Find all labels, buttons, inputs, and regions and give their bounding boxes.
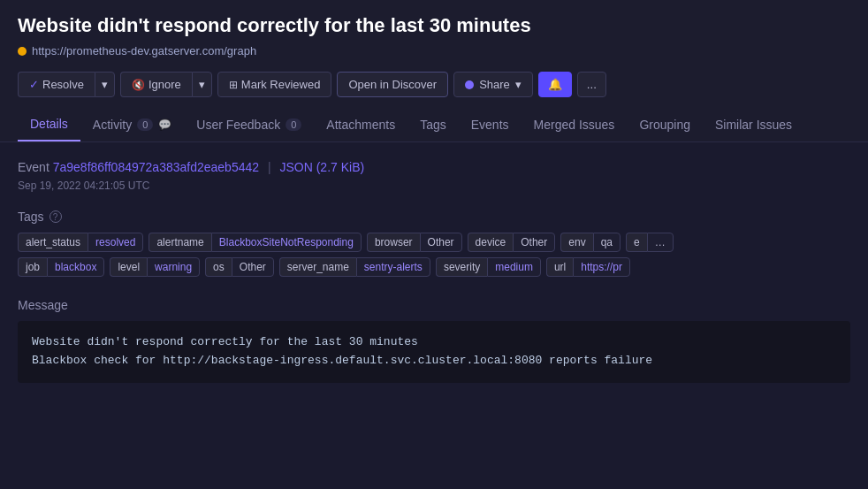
tab-merged-issues-label: Merged Issues	[534, 118, 615, 132]
tag-value-url[interactable]: https://pr	[573, 257, 630, 277]
ignore-dropdown-button[interactable]: ▾	[192, 72, 212, 97]
tab-tags-label: Tags	[420, 118, 446, 132]
resolve-label: Resolve	[42, 78, 84, 91]
event-line: Event 7a9e8f86ff084972a383afd2eaeb5442 |…	[18, 160, 850, 174]
tag-value-level[interactable]: warning	[147, 257, 200, 277]
tag-device: device Other	[468, 233, 556, 252]
chevron-down-icon-2: ▾	[199, 78, 205, 91]
tag-value-device[interactable]: Other	[513, 233, 555, 252]
tab-details[interactable]: Details	[18, 108, 80, 141]
tab-grouping-label: Grouping	[639, 118, 690, 132]
tab-attachments[interactable]: Attachments	[314, 108, 407, 141]
tab-events[interactable]: Events	[459, 108, 522, 141]
tag-key-e: e	[626, 233, 647, 252]
tag-value-env[interactable]: qa	[593, 233, 621, 252]
tag-value-e[interactable]: …	[647, 233, 674, 252]
resolve-dropdown-button[interactable]: ▾	[95, 72, 115, 97]
tab-user-feedback[interactable]: User Feedback 0	[184, 108, 314, 141]
tag-key-server-name: server_name	[279, 257, 356, 277]
ignore-icon: 🔇	[132, 79, 145, 91]
comment-icon: 💬	[158, 118, 171, 131]
tag-value-severity[interactable]: medium	[487, 257, 541, 277]
tag-alertname: alertname BlackboxSiteNotResponding	[148, 233, 361, 252]
tag-key-os: os	[205, 257, 232, 277]
message-content: Website didn't respond correctly for the…	[18, 321, 850, 383]
page-wrapper: Website didn't respond correctly for the…	[0, 0, 868, 142]
share-chevron-icon: ▾	[515, 78, 522, 91]
mark-reviewed-icon: ⊞	[229, 79, 238, 91]
tag-key-env: env	[560, 233, 592, 252]
tag-value-os[interactable]: Other	[232, 257, 274, 277]
tag-server-name: server_name sentry-alerts	[279, 257, 430, 277]
tags-help-icon[interactable]: ?	[49, 210, 62, 223]
tag-value-job[interactable]: blackbox	[47, 257, 104, 277]
more-button[interactable]: ...	[577, 72, 606, 97]
event-json-link[interactable]: JSON (2.7 KiB)	[279, 160, 364, 174]
share-button[interactable]: Share ▾	[453, 72, 533, 97]
tag-key-severity: severity	[436, 257, 487, 277]
tags-row: alert_status resolved alertname Blackbox…	[18, 233, 850, 252]
url-status-dot	[18, 47, 27, 56]
share-label: Share	[479, 78, 510, 91]
page-title: Website didn't respond correctly for the…	[18, 14, 850, 37]
tag-os: os Other	[205, 257, 274, 277]
ignore-button[interactable]: 🔇 Ignore	[120, 72, 192, 97]
tab-user-feedback-badge: 0	[286, 118, 301, 131]
tag-value-alert-status[interactable]: resolved	[88, 233, 143, 252]
tag-key-url: url	[546, 257, 573, 277]
tab-events-label: Events	[471, 118, 509, 132]
tab-similar-issues-label: Similar Issues	[715, 118, 792, 132]
chevron-down-icon: ▾	[102, 78, 108, 91]
tab-merged-issues[interactable]: Merged Issues	[522, 108, 628, 141]
open-discover-button[interactable]: Open in Discover	[337, 72, 448, 97]
toolbar: ✓ Resolve ▾ 🔇 Ignore ▾ ⊞ Mark Reviewed O…	[18, 72, 850, 108]
tags-label-text: Tags	[18, 210, 44, 224]
tag-e: e …	[626, 233, 674, 252]
share-dot-icon	[465, 80, 474, 89]
tab-tags[interactable]: Tags	[407, 108, 459, 141]
tag-severity: severity medium	[436, 257, 541, 277]
tab-attachments-label: Attachments	[326, 118, 395, 132]
main-content: Event 7a9e8f86ff084972a383afd2eaeb5442 |…	[0, 142, 868, 422]
more-icon: ...	[587, 78, 597, 91]
bell-icon: 🔔	[548, 78, 562, 91]
bell-button[interactable]: 🔔	[538, 72, 572, 97]
tag-env: env qa	[560, 233, 621, 252]
event-separator: |	[268, 160, 271, 174]
page-url: https://prometheus-dev.gatserver.com/gra…	[18, 44, 850, 57]
tab-activity-label: Activity	[93, 118, 132, 132]
tag-key-browser: browser	[367, 233, 420, 252]
tag-value-alertname[interactable]: BlackboxSiteNotResponding	[211, 233, 362, 252]
tag-job: job blackbox	[18, 257, 104, 277]
tab-activity-badge: 0	[137, 118, 153, 131]
resolve-button[interactable]: ✓ Resolve	[18, 72, 95, 97]
tab-activity[interactable]: Activity 0 💬	[80, 108, 184, 141]
mark-reviewed-label: Mark Reviewed	[241, 78, 321, 91]
tab-grouping[interactable]: Grouping	[627, 108, 703, 141]
tag-value-browser[interactable]: Other	[420, 233, 462, 252]
tag-alert-status: alert_status resolved	[18, 233, 143, 252]
message-section: Message Website didn't respond correctly…	[18, 298, 850, 383]
tag-value-server-name[interactable]: sentry-alerts	[356, 257, 430, 277]
check-icon: ✓	[29, 78, 39, 91]
mark-reviewed-button[interactable]: ⊞ Mark Reviewed	[217, 72, 332, 97]
tag-key-alert-status: alert_status	[18, 233, 88, 252]
event-date: Sep 19, 2022 04:21:05 UTC	[18, 180, 850, 192]
tab-similar-issues[interactable]: Similar Issues	[703, 108, 804, 141]
tag-browser: browser Other	[367, 233, 462, 252]
tag-level: level warning	[110, 257, 200, 277]
open-discover-label: Open in Discover	[348, 78, 437, 91]
tag-key-device: device	[468, 233, 514, 252]
event-label: Event	[18, 160, 49, 174]
url-text: https://prometheus-dev.gatserver.com/gra…	[32, 44, 256, 57]
event-hash-link[interactable]: 7a9e8f86ff084972a383afd2eaeb5442	[53, 160, 259, 174]
tags-row-2: job blackbox level warning os Other serv…	[18, 257, 850, 277]
tag-key-alertname: alertname	[148, 233, 210, 252]
ignore-label: Ignore	[148, 78, 181, 91]
tag-key-job: job	[18, 257, 47, 277]
message-label: Message	[18, 298, 850, 312]
ignore-group: 🔇 Ignore ▾	[120, 72, 212, 97]
tab-details-label: Details	[30, 117, 68, 131]
tags-section: Tags ? alert_status resolved alertname B…	[18, 210, 850, 277]
tag-url: url https://pr	[546, 257, 630, 277]
